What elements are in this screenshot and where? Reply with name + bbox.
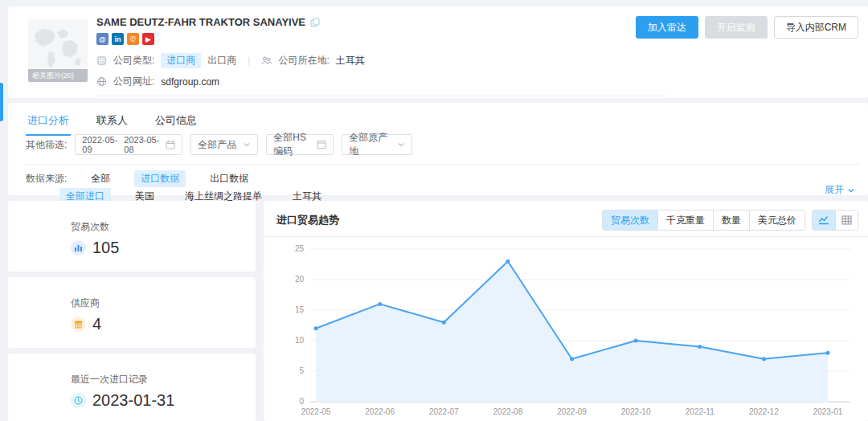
data-point bbox=[570, 357, 574, 361]
trend-area-chart[interactable]: 05101520252022-052022-062022-072022-0820… bbox=[272, 241, 860, 419]
data-point bbox=[762, 357, 766, 361]
exporter-tag: 出口商 bbox=[207, 54, 236, 67]
copy-icon[interactable] bbox=[310, 18, 320, 27]
y-tick-label: 5 bbox=[299, 366, 304, 375]
store-icon bbox=[71, 317, 86, 332]
start-monitoring-button[interactable]: 开启监测 bbox=[705, 16, 768, 39]
last-import-label: 最近一次进口记录 bbox=[71, 373, 256, 386]
x-tick-label: 2022-07 bbox=[429, 407, 459, 416]
youtube-icon[interactable]: ▶ bbox=[142, 33, 154, 45]
trades-label: 贸易次数 bbox=[71, 220, 256, 234]
origin-select[interactable]: 全部原产地 bbox=[342, 134, 412, 155]
suppliers-value: 4 bbox=[92, 315, 101, 333]
stat-card-last-import: 最近一次进口记录 2023-01-31 bbox=[8, 354, 256, 421]
email-icon[interactable]: @ bbox=[96, 33, 108, 45]
building-icon bbox=[96, 55, 107, 66]
trend-chart-card: 进口贸易趋势 贸易次数 千克重量 数量 美元总价 05101520252022-… bbox=[264, 201, 868, 421]
tab-contacts[interactable]: 联系人 bbox=[95, 106, 129, 136]
tab-company-info[interactable]: 公司信息 bbox=[154, 106, 199, 136]
metric-weight-button[interactable]: 千克重量 bbox=[657, 210, 713, 230]
chart-title: 进口贸易趋势 bbox=[276, 213, 339, 227]
website-label: 公司网址: bbox=[113, 75, 154, 88]
expand-label: 展开 bbox=[825, 183, 844, 197]
stat-card-trades: 贸易次数 105 bbox=[8, 201, 256, 272]
data-point bbox=[698, 345, 702, 349]
x-tick-label: 2022-05 bbox=[301, 407, 331, 416]
tab-import-analysis[interactable]: 进口分析 bbox=[26, 106, 71, 136]
x-tick-label: 2022-09 bbox=[557, 407, 587, 416]
sidebar-accent-bar bbox=[0, 83, 3, 121]
data-point bbox=[314, 326, 318, 330]
trades-value: 105 bbox=[92, 239, 119, 257]
data-point bbox=[378, 302, 382, 306]
x-tick-label: 2023-01 bbox=[813, 407, 843, 416]
source-option-import[interactable]: 进口数据 bbox=[134, 170, 186, 187]
linkedin-icon[interactable]: in bbox=[112, 33, 124, 45]
company-type-label: 公司类型: bbox=[113, 54, 154, 67]
tab-bar: 进口分析 联系人 公司信息 bbox=[26, 106, 199, 136]
x-tick-label: 2022-10 bbox=[621, 407, 651, 416]
globe-icon bbox=[96, 76, 107, 87]
clock-icon bbox=[71, 393, 86, 408]
phone-icon[interactable]: ✆ bbox=[127, 33, 139, 45]
importer-tag: 进口商 bbox=[161, 53, 201, 68]
metric-button-group: 贸易次数 千克重量 数量 美元总价 bbox=[602, 210, 805, 231]
chart-controls: 贸易次数 千克重量 数量 美元总价 bbox=[602, 210, 858, 231]
header-actions: 加入雷达 开启监测 导入内部CRM bbox=[636, 16, 858, 39]
divider-pipe: | bbox=[248, 55, 250, 67]
bar-chart-icon bbox=[71, 240, 86, 255]
chevron-down-icon bbox=[397, 141, 405, 149]
date-end-value: 2023-05-08 bbox=[124, 135, 161, 154]
related-images-label[interactable]: 相关图片(20) bbox=[28, 69, 88, 82]
company-profile-page: 相关图片(20) SAME DEUTZ-FAHR TRAKTOR SANAYIV… bbox=[0, 0, 868, 421]
y-tick-label: 25 bbox=[295, 244, 305, 253]
date-range-picker[interactable]: 2022-05-09 2023-05-08 bbox=[75, 134, 182, 155]
x-tick-label: 2022-11 bbox=[686, 407, 714, 416]
location-label: 公司所在地: bbox=[278, 54, 329, 67]
calendar-icon bbox=[166, 140, 175, 149]
analysis-section-card: 进口分析 联系人 公司信息 其他筛选: 2022-05-09 2023-05-0… bbox=[8, 103, 868, 195]
product-select-value: 全部产品 bbox=[198, 138, 236, 152]
data-point bbox=[442, 321, 446, 325]
hs-code-select[interactable]: 全部HS编码 bbox=[266, 134, 334, 155]
source-option-all[interactable]: 全部 bbox=[84, 170, 117, 187]
line-chart-view-icon[interactable] bbox=[813, 210, 835, 230]
metric-quantity-button[interactable]: 数量 bbox=[713, 210, 749, 230]
hs-code-value: 全部HS编码 bbox=[273, 131, 312, 158]
location-value: 土耳其 bbox=[336, 54, 365, 67]
data-point bbox=[506, 260, 510, 264]
data-point bbox=[826, 351, 830, 355]
date-start-value: 2022-05-09 bbox=[82, 135, 119, 154]
location-icon bbox=[261, 55, 272, 66]
other-filter-label: 其他筛选: bbox=[26, 138, 67, 152]
metric-trades-button[interactable]: 贸易次数 bbox=[603, 210, 657, 230]
last-import-value: 2023-01-31 bbox=[92, 391, 174, 410]
x-tick-label: 2022-12 bbox=[749, 407, 779, 416]
company-header-card: 相关图片(20) SAME DEUTZ-FAHR TRAKTOR SANAYIV… bbox=[8, 6, 868, 98]
origin-select-value: 全部原产地 bbox=[349, 131, 392, 158]
dashed-divider bbox=[96, 96, 667, 96]
dotted-divider bbox=[26, 164, 858, 165]
x-tick-label: 2022-08 bbox=[493, 407, 523, 416]
product-select[interactable]: 全部产品 bbox=[190, 134, 258, 155]
source-option-export[interactable]: 出口数据 bbox=[203, 170, 255, 187]
stat-card-suppliers: 供应商 4 bbox=[8, 277, 256, 348]
data-source-row: 数据来源: 全部 进口数据 出口数据 bbox=[26, 170, 255, 187]
chart-header-divider bbox=[264, 236, 868, 237]
panel-icon bbox=[317, 140, 326, 149]
y-tick-label: 15 bbox=[295, 305, 305, 314]
expand-toggle[interactable]: 展开 bbox=[825, 183, 855, 197]
suppliers-label: 供应商 bbox=[71, 296, 256, 310]
social-links: @ in ✆ ▶ bbox=[96, 33, 667, 45]
chevron-down-icon bbox=[847, 186, 855, 194]
join-radar-button[interactable]: 加入雷达 bbox=[636, 16, 698, 39]
table-view-icon[interactable] bbox=[835, 210, 858, 230]
company-name: SAME DEUTZ-FAHR TRAKTOR SANAYIVE bbox=[96, 16, 305, 28]
view-toggle-group bbox=[812, 210, 858, 231]
metric-usd-button[interactable]: 美元总价 bbox=[749, 210, 805, 230]
related-images-thumbnail[interactable]: 相关图片(20) bbox=[28, 19, 88, 82]
import-crm-button[interactable]: 导入内部CRM bbox=[774, 16, 858, 39]
website-value[interactable]: sdfgroup.com bbox=[161, 76, 219, 88]
y-tick-label: 0 bbox=[299, 397, 304, 406]
y-tick-label: 10 bbox=[295, 336, 305, 345]
